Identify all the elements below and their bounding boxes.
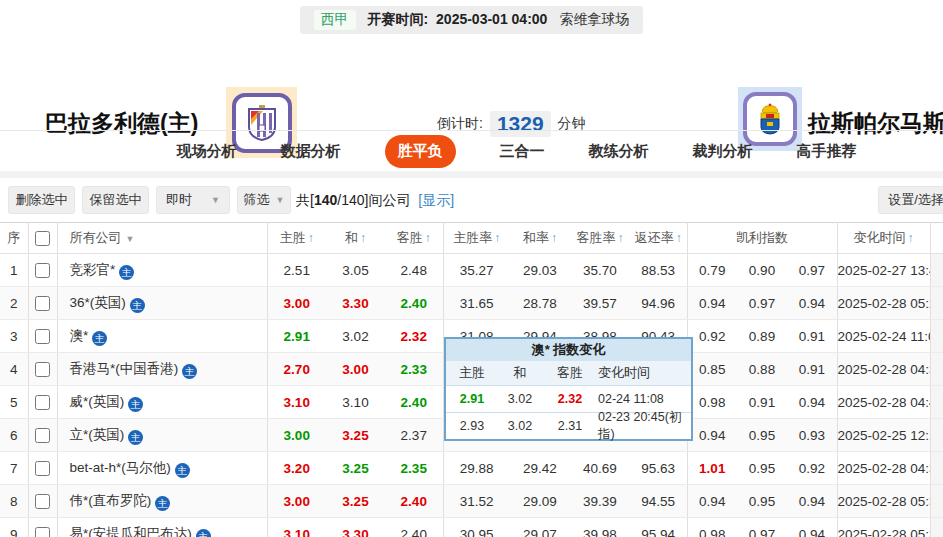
tab-data-analysis[interactable]: 数据分析 xyxy=(281,142,341,161)
kelly-value: 0.95 xyxy=(737,485,787,518)
tab-referee-analysis[interactable]: 裁判分析 xyxy=(693,142,753,161)
rate-value: 94.96 xyxy=(630,287,687,320)
popup-cell: 2.93 xyxy=(446,419,498,433)
main-company-icon: 主 xyxy=(182,364,197,379)
odds-mode-dropdown[interactable]: 即时▼ xyxy=(156,186,230,214)
odds-value: 3.10 xyxy=(267,386,326,419)
popup-cell: 02-23 20:45(初指) xyxy=(598,409,691,443)
sort-asc-icon: ↑ xyxy=(425,231,431,245)
row-checkbox[interactable] xyxy=(35,362,50,377)
show-link[interactable]: [显示] xyxy=(418,192,454,208)
rate-value: 39.98 xyxy=(570,518,630,537)
col-home-win[interactable]: 主胜↑ xyxy=(267,223,326,254)
odds-page: 西甲 开赛时间: 2025-03-01 04:00 索维拿球场 巴拉多利德(主) xyxy=(0,0,943,537)
kelly-value: 1.01 xyxy=(687,452,737,485)
company-name[interactable]: bet-at-h*(马尔他)主 xyxy=(57,452,267,485)
settings-select-button[interactable]: 设置/选择 xyxy=(878,186,943,214)
row-checkbox[interactable] xyxy=(35,395,50,410)
company-name[interactable]: 香港马*(中国香港)主 xyxy=(57,353,267,386)
row-checkbox[interactable] xyxy=(35,428,50,443)
row-checkbox[interactable] xyxy=(35,461,50,476)
col-company[interactable]: 所有公司▼ xyxy=(57,223,267,254)
popup-cell: 3.02 xyxy=(498,392,542,406)
edge-cell xyxy=(930,254,943,287)
popup-data-row: 2.933.022.3102-23 20:45(初指) xyxy=(446,412,691,439)
chevron-down-icon: ▼ xyxy=(211,195,220,205)
col-return-rate[interactable]: 返还率↑ xyxy=(630,223,687,254)
row-select-cell xyxy=(28,419,57,452)
odds-value: 3.00 xyxy=(267,287,326,320)
row-checkbox[interactable] xyxy=(35,263,50,278)
row-index: 4 xyxy=(0,353,28,386)
col-draw[interactable]: 和↑ xyxy=(326,223,385,254)
row-select-cell xyxy=(28,485,57,518)
row-index: 1 xyxy=(0,254,28,287)
kelly-value: 0.97 xyxy=(737,518,787,537)
keep-selected-button[interactable]: 保留选中 xyxy=(82,186,149,214)
sort-asc-icon: ↑ xyxy=(308,231,314,245)
tab-bar: 现场分析数据分析胜平负三合一教练分析裁判分析高手推荐 xyxy=(0,130,943,172)
company-name[interactable]: 易*(安提瓜和巴布达)主 xyxy=(57,518,267,537)
kelly-value: 0.98 xyxy=(687,518,737,537)
odds-value: 2.40 xyxy=(385,485,443,518)
chevron-down-icon: ▼ xyxy=(276,195,285,205)
company-name[interactable]: 澳*主 xyxy=(57,320,267,353)
main-company-icon: 主 xyxy=(128,397,143,412)
row-checkbox[interactable] xyxy=(35,329,50,344)
sort-asc-icon: ↑ xyxy=(618,231,624,245)
odds-value: 2.48 xyxy=(385,254,443,287)
main-company-icon: 主 xyxy=(175,463,190,478)
filter-dropdown[interactable]: 筛选▼ xyxy=(237,186,291,214)
tab-three-in-one[interactable]: 三合一 xyxy=(500,142,545,161)
company-name[interactable]: 威*(英国)主 xyxy=(57,386,267,419)
col-home-rate[interactable]: 主胜率↑ xyxy=(443,223,510,254)
row-checkbox[interactable] xyxy=(35,296,50,311)
rate-value: 31.52 xyxy=(443,485,510,518)
kelly-value: 0.97 xyxy=(787,254,837,287)
col-away-win[interactable]: 客胜↑ xyxy=(385,223,443,254)
kelly-value: 0.88 xyxy=(737,353,787,386)
venue: 索维拿球场 xyxy=(559,11,629,29)
col-draw-rate[interactable]: 和率↑ xyxy=(510,223,570,254)
company-name[interactable]: 36*(英国)主 xyxy=(57,287,267,320)
teams-row: 巴拉多利德(主) 倒计时: 1329 分钟 xyxy=(0,40,943,126)
kelly-value: 0.90 xyxy=(737,254,787,287)
rate-value: 88.53 xyxy=(630,254,687,287)
rate-value: 35.27 xyxy=(443,254,510,287)
company-name[interactable]: 竞彩官*主 xyxy=(57,254,267,287)
row-checkbox[interactable] xyxy=(35,494,50,509)
tab-live-analysis[interactable]: 现场分析 xyxy=(177,142,237,161)
main-company-icon: 主 xyxy=(92,331,107,346)
kelly-value: 0.94 xyxy=(787,287,837,320)
tab-expert-picks[interactable]: 高手推荐 xyxy=(797,142,857,161)
table-row: 1竞彩官*主2.513.052.4835.2729.0335.7088.530.… xyxy=(0,254,943,287)
col-away-rate[interactable]: 客胜率↑ xyxy=(570,223,630,254)
odds-value: 3.02 xyxy=(326,320,385,353)
rate-value: 29.42 xyxy=(510,452,570,485)
table-row: 7bet-at-h*(马尔他)主3.203.252.3529.8829.4240… xyxy=(0,452,943,485)
kelly-value: 0.94 xyxy=(787,386,837,419)
delete-selected-button[interactable]: 删除选中 xyxy=(8,186,75,214)
main-company-icon: 主 xyxy=(128,430,143,445)
popup-data-row: 2.913.022.3202-24 11:08 xyxy=(446,385,691,412)
row-index: 7 xyxy=(0,452,28,485)
company-name[interactable]: 立*(英国)主 xyxy=(57,419,267,452)
odds-value: 3.20 xyxy=(267,452,326,485)
tab-coach-analysis[interactable]: 教练分析 xyxy=(589,142,649,161)
odds-value: 2.40 xyxy=(385,287,443,320)
row-select-cell xyxy=(28,287,57,320)
row-select-cell xyxy=(28,353,57,386)
popup-title: 澳* 指数变化 xyxy=(446,339,691,361)
odds-value: 3.00 xyxy=(267,419,326,452)
tab-wdl-odds[interactable]: 胜平负 xyxy=(385,135,456,168)
edge-cell xyxy=(930,287,943,320)
toolbar: 删除选中 保留选中 即时▼ 筛选▼ 共[140/140]间公司 [显示] 设置/… xyxy=(0,178,943,222)
row-index: 6 xyxy=(0,419,28,452)
col-change-time[interactable]: 变化时间↑ xyxy=(837,223,930,254)
popup-cell: 3.02 xyxy=(498,419,542,433)
odds-value: 3.10 xyxy=(326,386,385,419)
row-checkbox[interactable] xyxy=(35,527,50,537)
company-name[interactable]: 伟*(直布罗陀)主 xyxy=(57,485,267,518)
select-all-checkbox[interactable] xyxy=(35,231,50,246)
kelly-value: 0.97 xyxy=(737,287,787,320)
